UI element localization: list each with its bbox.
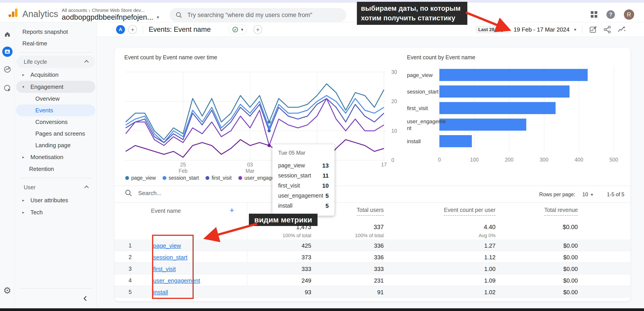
bar-category-label: user_engageme (407, 118, 446, 124)
gear-icon[interactable]: ⚙ (3, 286, 12, 295)
sidebar-item-retention[interactable]: Retention (15, 163, 96, 175)
customize-report-button[interactable] (588, 25, 598, 35)
advertising-icon[interactable] (3, 84, 12, 93)
sidebar-item-tech[interactable]: ▸Tech (16, 206, 95, 218)
add-column-button[interactable]: + (230, 206, 234, 215)
sidebar-item-engagement[interactable]: ▾Engagement (16, 81, 95, 93)
hover-dot-page-view (268, 120, 271, 124)
bar-category-label: session_start (407, 89, 439, 95)
date-range[interactable]: 19 Feb - 17 Mar 2024 (514, 26, 570, 33)
legend-dot-icon (125, 176, 129, 180)
total-per-user: 4.40 (484, 224, 496, 231)
rows-per-page-label: Rows per page: (539, 191, 575, 198)
sidebar-item-monetisation[interactable]: ▸Monetisation (16, 151, 95, 163)
cell-revenue: $0.00 (563, 254, 578, 261)
dimension-status-pill[interactable]: ▾ (228, 25, 247, 34)
chevron-down-icon: ▾ (157, 15, 159, 20)
legend-dot-icon (162, 176, 166, 180)
sidebar-item-pages-and-screens[interactable]: Pages and screens (16, 128, 95, 139)
chevron-down-icon[interactable]: ▾ (574, 27, 576, 32)
search-placeholder: Try searching "where did my users come f… (188, 12, 312, 19)
sidebar-item-life-cycle[interactable]: Life cycle (16, 56, 95, 68)
chevron-up-icon (84, 60, 89, 65)
breadcrumb-separator-icon: › (89, 8, 90, 13)
breadcrumb[interactable]: All accounts›Chrome Web Store dev... (62, 8, 144, 13)
line-series-first-visit[interactable] (126, 98, 384, 143)
rows-per-page-select[interactable]: 10 ▾ (582, 191, 593, 198)
column-header-total-users[interactable]: Total users (357, 207, 384, 216)
bar-user-engagement[interactable] (440, 119, 526, 131)
date-preset-chip[interactable]: Last 28 days (476, 26, 509, 33)
table-search-input[interactable]: Search... (125, 189, 162, 197)
tooltip-series-value: 10 (322, 182, 329, 189)
sidebar-item-conversions[interactable]: Conversions (16, 116, 95, 128)
cell-revenue: $0.00 (563, 242, 578, 249)
cell-per-user: 1.09 (484, 277, 496, 284)
breadcrumb-leaf[interactable]: Chrome Web Store dev... (92, 8, 144, 13)
legend-item-first-visit[interactable]: first_visit (206, 175, 232, 181)
sidebar-item-acquisition[interactable]: ▸Acquisition (16, 69, 95, 81)
sidebar-item-overview[interactable]: Overview (16, 93, 95, 105)
apps-grid-icon[interactable] (591, 11, 598, 18)
cell-total-users: 336 (374, 242, 384, 249)
help-icon[interactable]: ? (606, 10, 615, 19)
tooltip-series-name: page_view (278, 162, 305, 169)
sidebar-item-user-attributes[interactable]: ▸User attributes (16, 194, 95, 206)
sidebar-item-real-time[interactable]: Real-time (15, 38, 96, 49)
bar-session-start[interactable] (440, 86, 570, 98)
global-search-input[interactable]: Try searching "where did my users come f… (170, 8, 346, 22)
home-icon[interactable] (4, 31, 11, 39)
tooltip-row-page-view: page_view13 (278, 162, 329, 169)
hover-dot-session-start (268, 126, 271, 130)
legend-item-session-start[interactable]: session_start (162, 175, 199, 181)
avatar[interactable]: R (624, 10, 634, 20)
chevron-down-icon: ▾ (22, 85, 24, 89)
sidebar-item-user[interactable]: User (16, 181, 95, 193)
legend-dot-icon (206, 176, 209, 180)
total-revenue: $0.00 (562, 224, 578, 231)
sidebar-item-reports-snapshot[interactable]: Reports snapshot (15, 26, 96, 38)
analytics-logo-icon[interactable] (8, 8, 19, 17)
analytics-app: Analytics All accounts›Chrome Web Store … (0, 0, 644, 311)
sidebar-item-label: Pages and screens (35, 130, 85, 137)
sidebar-item-landing-page[interactable]: Landing page (16, 139, 95, 151)
column-header-event-count-per-user[interactable]: Event count per user (444, 207, 496, 216)
line-series-page-view[interactable] (126, 84, 384, 140)
tooltip-series-name: user_engagement (278, 192, 323, 199)
sidebar-item-label: Monetisation (30, 154, 63, 161)
bar-install[interactable] (440, 135, 472, 147)
tooltip-series-name: session_start (278, 172, 311, 179)
sidebar-item-events[interactable]: Events (16, 105, 95, 116)
legend-item-page-view[interactable]: page_view (125, 175, 156, 181)
search-icon (175, 12, 182, 19)
reports-icon[interactable] (2, 47, 12, 57)
cell-event-count: 425 (302, 242, 311, 249)
add-dimension-button[interactable]: + (253, 25, 262, 34)
check-circle-icon (232, 27, 238, 33)
share-icon[interactable] (602, 25, 612, 35)
breadcrumb-root[interactable]: All accounts (62, 8, 87, 13)
bar-first-visit[interactable] (440, 102, 556, 114)
collapse-sidebar-button[interactable] (83, 295, 88, 302)
tooltip-series-value: 13 (322, 162, 329, 169)
logo-bar-mid (12, 12, 14, 17)
sidebar-item-label: User (24, 184, 36, 191)
comparison-badge[interactable]: A (116, 25, 125, 34)
bar-category-label: nt (407, 125, 412, 131)
product-name: Analytics (22, 9, 58, 19)
property-name[interactable]: aodbopgpdbbeeifnpefojen... (62, 13, 153, 22)
explore-icon[interactable] (3, 65, 12, 74)
app-header: Analytics All accounts›Chrome Web Store … (0, 3, 644, 22)
nav-rail: ⚙ (0, 22, 15, 308)
column-header-event-name[interactable]: Event name (146, 208, 186, 214)
card-divider (114, 186, 630, 186)
column-header-total-revenue[interactable]: Total revenue (544, 207, 578, 216)
add-comparison-button[interactable]: + (128, 25, 137, 34)
tooltip-row-session-start: session_start11 (278, 172, 329, 179)
insights-icon[interactable] (617, 25, 626, 35)
cell-total-users: 91 (377, 289, 384, 296)
bar-page-view[interactable] (440, 69, 588, 81)
annotation-highlight-rect (152, 235, 194, 299)
property-selector[interactable]: aodbopgpdbbeeifnpefojen... ▾ (62, 13, 159, 22)
legend-dot-icon (238, 176, 242, 180)
